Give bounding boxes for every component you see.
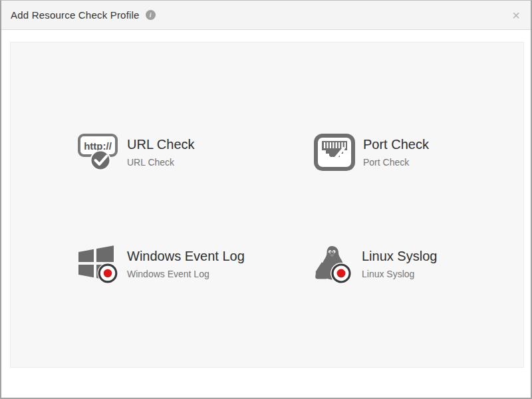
url-check-icon: http:// bbox=[75, 130, 122, 174]
option-text: Linux Syslog Linux Syslog bbox=[362, 249, 437, 279]
option-title: URL Check bbox=[127, 137, 195, 152]
option-title: Linux Syslog bbox=[362, 249, 437, 264]
port-check-icon-svg bbox=[313, 133, 356, 172]
tux-penguin-icon-svg bbox=[311, 243, 355, 285]
tux-penguin-icon bbox=[310, 242, 356, 286]
option-title: Windows Event Log bbox=[127, 249, 245, 264]
info-icon[interactable]: i bbox=[146, 10, 156, 20]
dialog-header: Add Resource Check Profile i × bbox=[1, 1, 531, 30]
option-title: Port Check bbox=[363, 137, 429, 152]
option-text: Port Check Port Check bbox=[363, 137, 429, 168]
url-check-icon-svg: http:// bbox=[76, 133, 120, 172]
options-panel: http:// URL Check URL Check bbox=[10, 42, 524, 368]
option-subtitle: Port Check bbox=[363, 157, 429, 168]
close-icon[interactable]: × bbox=[512, 9, 520, 22]
option-url-check[interactable]: http:// URL Check URL Check bbox=[75, 130, 195, 174]
option-text: Windows Event Log Windows Event Log bbox=[127, 249, 245, 279]
windows-logo-icon bbox=[75, 242, 122, 286]
add-resource-check-profile-dialog: Add Resource Check Profile i × http:// U… bbox=[0, 0, 532, 399]
option-subtitle: URL Check bbox=[127, 157, 195, 168]
option-subtitle: Linux Syslog bbox=[362, 269, 437, 279]
option-windows-event-log[interactable]: Windows Event Log Windows Event Log bbox=[75, 242, 245, 286]
option-linux-syslog[interactable]: Linux Syslog Linux Syslog bbox=[310, 242, 437, 286]
option-subtitle: Windows Event Log bbox=[127, 269, 245, 279]
port-check-icon bbox=[311, 130, 358, 174]
dialog-title: Add Resource Check Profile bbox=[11, 9, 140, 21]
svg-text:http://: http:// bbox=[84, 140, 112, 152]
option-text: URL Check URL Check bbox=[127, 137, 195, 168]
windows-logo-icon-svg bbox=[76, 244, 120, 284]
option-port-check[interactable]: Port Check Port Check bbox=[311, 130, 429, 174]
